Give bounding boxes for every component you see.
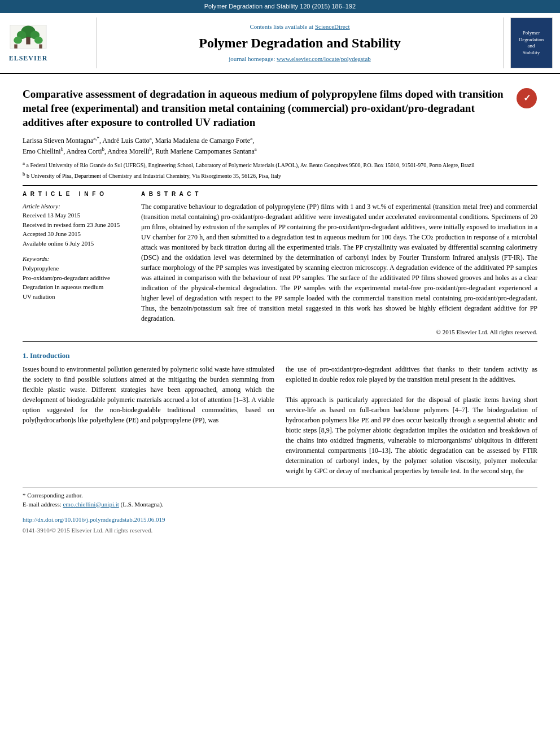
online-date: Available online 6 July 2015 [23, 239, 130, 248]
affil-a: a a Federal University of Rio Grande do … [23, 160, 537, 169]
sciencedirect-prefix: Contents lists available at [250, 23, 313, 30]
doi-link[interactable]: http://dx.doi.org/10.1016/j.polymdegrads… [23, 516, 165, 523]
footer-links: http://dx.doi.org/10.1016/j.polymdegrads… [23, 516, 537, 524]
author-ruth: Ruth Marlene Campomanes Santana [155, 147, 255, 155]
crossmark-icon: ✓ [516, 88, 537, 109]
article-title-section: Comparative assessment of degradation in… [23, 88, 537, 129]
separator-top [23, 185, 537, 186]
intro-text-right: the use of pro-oxidant/pro-degradant add… [286, 364, 537, 476]
elsevier-tree-icon [6, 23, 51, 54]
article-info-col: A R T I C L E I N F O Article history: R… [23, 190, 130, 337]
author-larissa: Larissa Stieven Montagna [23, 137, 93, 145]
revised-date: Received in revised form 23 June 2015 [23, 220, 130, 230]
article-title: Comparative assessment of degradation in… [23, 88, 510, 129]
sciencedirect-anchor[interactable]: ScienceDirect [315, 23, 350, 30]
keyword-4: UV radiation [23, 292, 130, 302]
author-emo: Emo Chiellini [23, 147, 61, 155]
abstract-col: A B S T R A C T The comparative behaviou… [141, 190, 537, 337]
email-link[interactable]: emo.chiellini@unipi.it [63, 501, 119, 508]
svg-text:✓: ✓ [523, 93, 531, 103]
sciencedirect-link[interactable]: Contents lists available at ScienceDirec… [250, 23, 349, 31]
journal-citation-text: Polymer Degradation and Stability 120 (2… [204, 3, 356, 10]
author-andrea-corti: Andrea Corti [67, 147, 102, 155]
svg-point-6 [34, 37, 43, 44]
journal-thumbnail: Polymer Degradation and Stability [510, 18, 553, 68]
keywords-label: Keywords: [23, 255, 49, 262]
copyright: © 2015 Elsevier Ltd. All rights reserved… [141, 328, 537, 337]
elsevier-label: ELSEVIER [9, 54, 48, 63]
received-date: Received 13 May 2015 [23, 211, 130, 220]
info-abstract-section: A R T I C L E I N F O Article history: R… [23, 190, 537, 337]
affil-b: b b University of Pisa, Department of Ch… [23, 171, 537, 180]
article-content: Comparative assessment of degradation in… [0, 74, 560, 540]
keyword-1: Polypropylene [23, 264, 130, 273]
intro-heading: 1. Introduction [23, 351, 537, 361]
authors-line: Larissa Stieven Montagnaa,*, André Luis … [23, 135, 537, 156]
intro-col-right: the use of pro-oxidant/pro-degradant add… [286, 364, 537, 476]
email-label: E-mail address: [23, 501, 62, 508]
footnote-email-line: E-mail address: emo.chiellini@unipi.it (… [23, 500, 537, 509]
abstract-header: A B S T R A C T [141, 190, 537, 198]
homepage-label: journal homepage: [229, 55, 275, 62]
journal-citation-bar: Polymer Degradation and Stability 120 (2… [0, 0, 560, 13]
abstract-text: The comparative behaviour to degradation… [141, 202, 537, 324]
article-info-header: A R T I C L E I N F O [23, 190, 130, 198]
email-suffix: (L.S. Montagna). [121, 501, 164, 508]
article-dates: Article history: Received 13 May 2015 Re… [23, 202, 130, 248]
svg-rect-8 [39, 45, 42, 49]
footnote-corresponding: * Corresponding author. [23, 491, 537, 500]
intro-col-left: Issues bound to environmental pollution … [23, 364, 274, 476]
separator-mid [23, 341, 537, 342]
journal-homepage[interactable]: journal homepage: www.elsevier.com/locat… [229, 55, 371, 63]
journal-thumb-text: Polymer Degradation and Stability [519, 30, 544, 56]
intro-body-cols: Issues bound to environmental pollution … [23, 364, 537, 476]
journal-thumbnail-area: Polymer Degradation and Stability [504, 18, 554, 68]
footer-copyright: 0141-3910/© 2015 Elsevier Ltd. All right… [23, 526, 537, 535]
journal-title-area: Contents lists available at ScienceDirec… [96, 18, 504, 68]
svg-rect-7 [14, 45, 18, 49]
journal-header: ELSEVIER Contents lists available at Sci… [0, 13, 560, 74]
accepted-date: Accepted 30 June 2015 [23, 229, 130, 239]
svg-rect-4 [26, 37, 30, 45]
article-history-label: Article history: [23, 202, 130, 211]
elsevier-logo-area: ELSEVIER [6, 18, 96, 68]
intro-text-left: Issues bound to environmental pollution … [23, 364, 274, 425]
elsevier-logo: ELSEVIER [6, 23, 51, 63]
svg-point-5 [14, 37, 22, 44]
author-andre: André Luis Catto [102, 137, 149, 145]
author-andrea-morelli: Andrea Morelli [107, 147, 149, 155]
keyword-3: Degradation in aqueous medium [23, 282, 130, 292]
journal-name: Polymer Degradation and Stability [199, 34, 401, 53]
keywords-block: Keywords: Polypropylene Pro-oxidant/pro-… [23, 254, 130, 301]
introduction-section: 1. Introduction Issues bound to environm… [23, 351, 537, 476]
keyword-2: Pro-oxidant/pro-degradant additive [23, 273, 130, 283]
affiliations: a a Federal University of Rio Grande do … [23, 160, 537, 181]
homepage-anchor[interactable]: www.elsevier.com/locate/polydegstab [277, 55, 371, 62]
keywords-list: Polypropylene Pro-oxidant/pro-degradant … [23, 264, 130, 301]
footnote-area: * Corresponding author. E-mail address: … [23, 487, 537, 509]
author-maria: Maria Madalena de Camargo Forte [155, 137, 250, 145]
